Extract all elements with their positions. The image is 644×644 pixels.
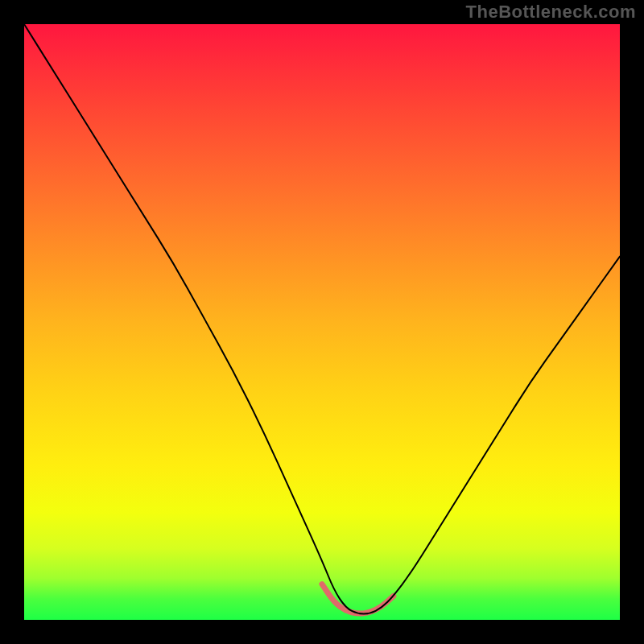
chart-frame: TheBottleneck.com [0, 0, 644, 644]
bottleneck-curve [24, 24, 620, 614]
trough-highlight [322, 584, 394, 613]
curve-svg [24, 24, 620, 620]
watermark-text: TheBottleneck.com [466, 2, 636, 23]
plot-area [24, 24, 620, 620]
